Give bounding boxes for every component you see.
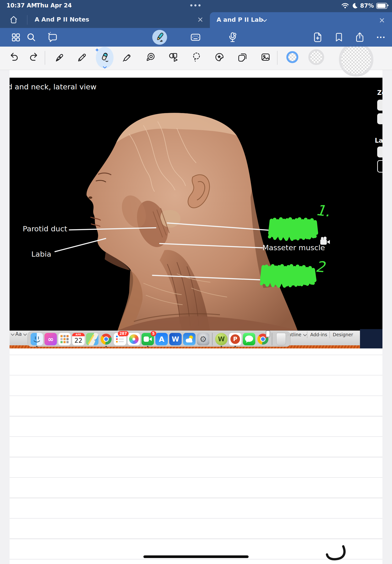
tab-notes[interactable]: A And P II Notes [35,16,89,23]
tab-lab-close-button[interactable] [379,17,385,23]
dock-trash-icon [275,333,287,345]
panel-button[interactable] [377,113,382,124]
mac-dock: ∞ APR 22 287 [28,331,290,347]
ribbon-divider [307,331,307,338]
laser-panel-fragment: La [375,137,382,144]
ribbon-divider [45,51,45,65]
image-tool[interactable] [260,52,271,63]
search-icon[interactable] [26,32,37,43]
eraser-size-small[interactable] [286,51,298,63]
lasso-tool[interactable] [191,52,202,63]
dock-chrome-mobile-icon [257,333,269,345]
tab-notes-close-button[interactable] [197,17,203,22]
dock-finder-icon [31,333,43,345]
panel-button[interactable] [377,160,382,173]
dock-settings-icon: ⚙ [197,333,209,345]
battery-percent: 87% [360,2,374,9]
tape-tool[interactable] [145,52,156,63]
label-labia: Labia [31,250,51,258]
dock-appstore-icon: A [155,333,168,345]
focus-moon-icon [352,3,358,9]
shapes-tool[interactable] [168,52,179,63]
slide-image[interactable]: d and neck, lateral view Parotid duct La… [10,78,382,348]
label-masseter-muscle: Masseter muscle [263,243,325,252]
tab-lab-label[interactable]: A and P II Lab [217,16,263,23]
dock-divider [272,333,272,345]
tool-ribbon [0,47,392,70]
ribbon-divider [329,331,330,338]
dock-photos-icon [128,333,140,345]
tab-lab-chevron-icon[interactable] [262,19,267,22]
undo-button[interactable] [9,52,20,63]
device-badge [266,330,270,337]
panel-button[interactable] [377,147,382,157]
share-icon[interactable] [354,32,365,43]
more-icon[interactable] [376,32,386,42]
sticker-tool[interactable] [214,52,225,63]
clock-label: 10:37 AM [6,2,37,9]
format-toolbar-fragment: Aa [11,331,26,337]
dock-maps-icon [86,333,98,345]
handwritten-pen-stroke [325,542,349,564]
home-button[interactable] [9,14,19,25]
mac-window-dark-block [360,329,382,348]
pencil-tool[interactable] [76,52,87,63]
dock-infinity-app-icon: ∞ [44,333,57,345]
facetime-badge: 5 [151,331,156,336]
dictation-muted-icon[interactable] [227,31,238,43]
page-margin-left [0,70,10,564]
tab-lab[interactable]: A and P II Lab [210,12,392,28]
dock-chrome-icon [100,333,112,345]
bluetooth-sparkle-icon [95,48,99,52]
dock-divider [212,333,212,345]
keyboard-icon[interactable] [190,31,201,43]
eraser-size-medium[interactable] [308,49,324,65]
dock-powerpoint-icon: P [229,333,241,345]
slide-title: d and neck, lateral view [10,83,97,91]
sticky-note-tool[interactable] [237,52,248,63]
slide-canvas: d and neck, lateral view Parotid duct La… [10,78,382,330]
dock-launchpad-icon [58,333,71,345]
status-bar: 10:37 AM Thu Apr 24 87% [0,0,392,12]
ruled-lines [10,355,382,564]
tab-divider [27,15,28,25]
handwritten-marker-1: 1. [315,201,331,220]
bookmark-icon[interactable] [334,32,344,43]
dock-calendar-icon: APR 22 [72,333,85,345]
wifi-icon [341,3,349,9]
pen-mode-button[interactable] [152,30,167,45]
dock-word-icon: W [169,333,182,345]
dock-webroot-icon: W [215,333,227,345]
home-indicator[interactable] [143,555,249,558]
reminders-badge: 287 [118,331,129,336]
battery-icon [376,3,387,9]
eraser-tool[interactable] [99,52,110,63]
video-camera-icon [320,236,331,246]
eraser-options-chevron-icon[interactable] [103,66,107,69]
dock-messages-icon [243,333,255,345]
ai-assistant-icon[interactable] [47,31,58,43]
date-label: Thu Apr 24 [36,2,72,9]
chevron-down-icon [11,332,14,336]
handwritten-marker-2: 2 [315,258,325,276]
multitask-dots-icon[interactable] [190,4,200,6]
add-page-icon[interactable] [312,32,323,43]
highlighter-tool[interactable] [121,52,132,63]
dock-facetime-icon: 5 [141,333,154,345]
format-aa-label: Aa [15,331,22,337]
ribbon-tab-addins: Add-ins [310,332,327,337]
redo-button[interactable] [28,52,39,63]
fountain-pen-tool[interactable] [54,52,65,63]
page-margin-right [382,70,392,564]
panel-button[interactable] [377,100,382,111]
label-parotid-duct: Parotid duct [23,224,67,233]
dock-weather-icon [183,333,196,345]
zoom-panel-fragment: Zo [377,89,382,96]
note-page[interactable]: d and neck, lateral view Parotid duct La… [10,70,382,564]
thumbnails-grid-icon[interactable] [10,32,21,43]
dock-reminders-icon: 287 [114,333,126,345]
ribbon-divider [277,51,278,65]
tab-bar: A And P II Notes A and P II Lab [0,12,392,28]
eraser-size-large[interactable] [339,42,373,77]
main-toolbar [0,28,392,47]
